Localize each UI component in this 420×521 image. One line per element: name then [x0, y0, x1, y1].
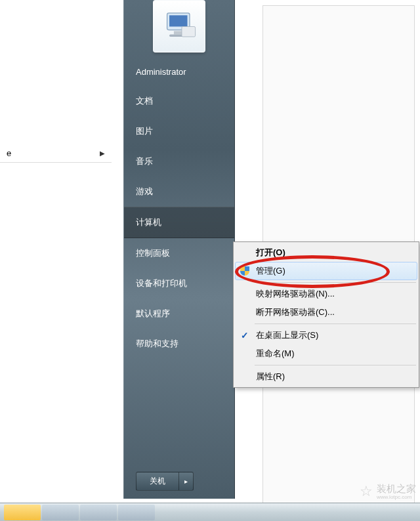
- ctx-open-label: 打开(O): [256, 247, 285, 259]
- user-name[interactable]: Administrator: [124, 58, 234, 86]
- watermark-text: 装机之家: [377, 484, 416, 495]
- shutdown-button[interactable]: 关机: [136, 472, 178, 491]
- ctx-properties[interactable]: 属性(R): [235, 367, 417, 386]
- submenu-arrow-icon: ▶: [100, 150, 105, 157]
- menu-pictures[interactable]: 图片: [124, 116, 234, 146]
- blank-icon: [238, 348, 252, 359]
- context-separator: [255, 365, 416, 365]
- start-menu-left-panel: e ▶: [0, 0, 125, 499]
- menu-help-support[interactable]: 帮助和支持: [124, 329, 234, 359]
- ctx-disconnect-drive-label: 断开网络驱动器(C)...: [256, 306, 335, 318]
- check-icon: ✓: [238, 330, 252, 341]
- context-separator: [255, 282, 416, 283]
- menu-games[interactable]: 游戏: [124, 177, 234, 207]
- start-menu-right-panel: Administrator 文档 图片 音乐 游戏 计算机 控制面板 设备和打印…: [123, 0, 235, 499]
- ctx-show-desktop-label: 在桌面上显示(S): [256, 329, 318, 341]
- blank-icon: [238, 307, 252, 318]
- computer-context-menu: 打开(O) 管理(G) 映射网络驱动器(N)... 断开网络驱动器(C)... …: [233, 241, 419, 388]
- ctx-open[interactable]: 打开(O): [235, 243, 417, 262]
- menu-control-panel[interactable]: 控制面板: [124, 238, 234, 268]
- left-menu-item[interactable]: e ▶: [0, 144, 112, 163]
- taskbar-item[interactable]: [118, 505, 155, 520]
- blank-icon: [238, 371, 252, 382]
- svg-rect-1: [169, 15, 188, 26]
- ctx-map-drive[interactable]: 映射网络驱动器(N)...: [235, 285, 417, 303]
- ctx-rename-label: 重命名(M): [256, 348, 295, 360]
- taskbar-item[interactable]: [4, 505, 41, 520]
- ctx-manage[interactable]: 管理(G): [235, 262, 417, 280]
- star-icon: ☆: [358, 484, 374, 499]
- computer-icon: [161, 9, 198, 45]
- ctx-rename[interactable]: 重命名(M): [235, 344, 417, 363]
- user-avatar-frame[interactable]: [153, 0, 205, 52]
- svg-rect-4: [181, 26, 195, 36]
- ctx-show-on-desktop[interactable]: ✓ 在桌面上显示(S): [235, 326, 417, 344]
- watermark-url: www.lotpc.com: [377, 494, 416, 500]
- left-menu-label: e: [7, 148, 11, 158]
- menu-documents[interactable]: 文档: [124, 86, 234, 116]
- blank-icon: [238, 289, 252, 299]
- shield-icon: [238, 266, 252, 276]
- ctx-properties-label: 属性(R): [256, 371, 285, 383]
- taskbar-item[interactable]: [42, 505, 79, 520]
- shutdown-area: 关机 ▸: [136, 472, 194, 491]
- ctx-map-drive-label: 映射网络驱动器(N)...: [256, 288, 335, 300]
- context-separator: [255, 323, 416, 324]
- ctx-manage-label: 管理(G): [256, 265, 285, 277]
- taskbar[interactable]: [0, 503, 420, 521]
- watermark: ☆ 装机之家 www.lotpc.com: [358, 484, 416, 501]
- menu-devices-printers[interactable]: 设备和打印机: [124, 268, 234, 299]
- blank-icon: [238, 247, 252, 258]
- menu-music[interactable]: 音乐: [124, 146, 234, 177]
- menu-default-programs[interactable]: 默认程序: [124, 299, 234, 329]
- menu-computer[interactable]: 计算机: [124, 207, 234, 238]
- taskbar-item[interactable]: [80, 505, 117, 520]
- ctx-disconnect-drive[interactable]: 断开网络驱动器(C)...: [235, 303, 417, 322]
- shutdown-options-arrow-icon[interactable]: ▸: [178, 472, 194, 491]
